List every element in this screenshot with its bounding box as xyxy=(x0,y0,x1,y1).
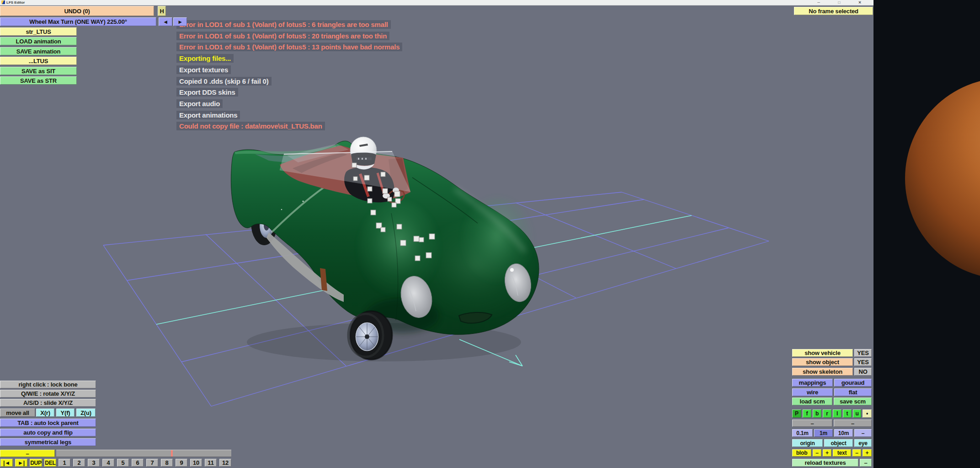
frame-status-badge: No frame selected xyxy=(794,7,873,15)
console-message: Export animations xyxy=(176,111,240,119)
show-object-value[interactable]: YES xyxy=(854,358,872,366)
timeline-position-marker[interactable] xyxy=(171,450,173,457)
frame-button-10[interactable]: 10 xyxy=(190,459,202,467)
frame-button-4[interactable]: 4 xyxy=(102,459,114,467)
console-message: Could not copy file : data\move\sit_LTUS… xyxy=(176,122,325,130)
timeline-track[interactable] xyxy=(56,450,231,457)
view-right-button[interactable]: r xyxy=(823,409,831,418)
grid-scale-10m-button[interactable]: 10m xyxy=(834,429,853,437)
symmetrical-legs-button[interactable]: symmetrical legs xyxy=(0,438,96,446)
editor-window: LFS Editor ─ □ ✕ UNDO (0) H Wheel Max Tu… xyxy=(0,0,873,468)
console-message: Error in LOD1 of sub 1 (Volant) of lotus… xyxy=(176,32,389,40)
show-skeleton-button[interactable]: show skeleton xyxy=(792,368,853,376)
gouraud-button[interactable]: gouraud xyxy=(834,379,872,387)
frame-button-6[interactable]: 6 xyxy=(132,459,144,467)
duplicate-frame-button[interactable]: DUP xyxy=(30,459,42,467)
show-skeleton-value[interactable]: NO xyxy=(854,368,872,376)
frame-button-8[interactable]: 8 xyxy=(161,459,173,467)
wheel-max-turn-button[interactable]: Wheel Max Turn (ONE WAY) 225.00° xyxy=(0,17,156,26)
move-all-button[interactable]: move all xyxy=(0,409,35,417)
close-icon[interactable]: ✕ xyxy=(856,0,864,5)
wheel-turn-decrease-button[interactable]: ◄ xyxy=(159,17,172,26)
desktop-area xyxy=(873,0,980,468)
minimize-icon[interactable]: ─ xyxy=(815,0,823,5)
axis-z-button[interactable]: Z(u) xyxy=(76,409,96,417)
text-plus-button[interactable]: + xyxy=(863,449,872,457)
viewport-3d[interactable] xyxy=(0,0,873,468)
dash-button-left[interactable]: – xyxy=(792,420,832,427)
save-as-str-button[interactable]: SAVE as STR xyxy=(0,76,77,85)
frame-button-3[interactable]: 3 xyxy=(88,459,100,467)
blob-plus-button[interactable]: + xyxy=(823,449,831,457)
console-message: Export DDS skins xyxy=(176,88,238,97)
text-minus-button[interactable]: – xyxy=(852,449,861,457)
show-vehicle-value[interactable]: YES xyxy=(854,349,872,357)
grid-scale-01m-button[interactable]: 0.1m xyxy=(792,429,813,437)
load-scm-button[interactable]: load scm xyxy=(792,398,832,405)
frame-button-5[interactable]: 5 xyxy=(117,459,129,467)
app-window: LFS Editor ─ □ ✕ UNDO (0) H Wheel Max Tu… xyxy=(0,0,980,468)
titlebar[interactable]: LFS Editor ─ □ ✕ xyxy=(0,0,873,5)
orange-render-blob xyxy=(905,78,980,279)
view-dot-button[interactable]: • xyxy=(863,409,872,418)
auto-copy-flip-button[interactable]: auto copy and flip xyxy=(0,429,96,436)
console-message: Export audio xyxy=(176,99,223,108)
console-message: Export textures xyxy=(176,65,231,74)
last-frame-button[interactable]: ►| xyxy=(15,459,27,467)
rotate-object-button[interactable]: object xyxy=(824,439,853,447)
hint-rotate: Q/W/E : rotate X/Y/Z xyxy=(0,390,96,398)
show-vehicle-button[interactable]: show vehicle xyxy=(792,349,853,357)
save-scm-button[interactable]: save scm xyxy=(834,398,872,405)
view-top-button[interactable]: t xyxy=(843,409,852,418)
frame-button-1[interactable]: 1 xyxy=(59,459,70,467)
reload-textures-button[interactable]: reload textures xyxy=(792,459,858,467)
frame-button-2[interactable]: 2 xyxy=(73,459,85,467)
delete-frame-button[interactable]: DEL xyxy=(44,459,56,467)
wheel-turn-increase-button[interactable]: ► xyxy=(173,17,187,26)
blob-minus-button[interactable]: – xyxy=(813,449,821,457)
axis-x-button[interactable]: X(r) xyxy=(36,409,54,417)
rotate-eye-button[interactable]: eye xyxy=(854,439,872,447)
hint-slide: A/S/D : slide X/Y/Z xyxy=(0,399,96,407)
file-name-button[interactable]: str_LTUS xyxy=(0,27,77,36)
load-animation-button[interactable]: LOAD animation xyxy=(0,37,77,45)
axis-y-button[interactable]: Y(f) xyxy=(56,409,75,417)
mappings-button[interactable]: mappings xyxy=(792,379,833,387)
maximize-icon[interactable]: □ xyxy=(835,0,843,5)
grid-scale-dash-button[interactable]: – xyxy=(854,429,872,437)
view-left-button[interactable]: l xyxy=(833,409,842,418)
grid-scale-1m-button[interactable]: 1m xyxy=(814,429,833,437)
frame-button-11[interactable]: 11 xyxy=(205,459,217,467)
wire-button[interactable]: wire xyxy=(792,388,833,396)
first-frame-button[interactable]: |◄ xyxy=(0,459,13,467)
text-button[interactable]: text xyxy=(833,449,851,457)
front-right-wheel xyxy=(348,311,392,360)
dash-button-right[interactable]: – xyxy=(834,420,872,427)
show-object-button[interactable]: show object xyxy=(792,358,853,366)
hint-lock-bone: right click : lock bone xyxy=(0,381,96,388)
frame-button-12[interactable]: 12 xyxy=(219,459,231,467)
undo-button[interactable]: UNDO (0) xyxy=(0,6,154,16)
console-message: Copied 0 .dds (skip 6 / fail 0) xyxy=(176,77,272,86)
auto-lock-parent-button[interactable]: TAB : auto lock parent xyxy=(0,419,96,427)
frame-button-9[interactable]: 9 xyxy=(176,459,187,467)
console-message: Error in LOD1 of sub 1 (Volant) of lotus… xyxy=(176,20,391,29)
save-as-sit-button[interactable]: SAVE as SIT xyxy=(0,67,77,75)
ltus-button[interactable]: ...LTUS xyxy=(0,57,77,65)
history-button[interactable]: H xyxy=(158,6,166,16)
timeline-collapse-button[interactable]: – xyxy=(0,450,55,457)
rotate-origin-button[interactable]: origin xyxy=(792,439,823,447)
window-title: LFS Editor xyxy=(6,0,25,5)
console-message: Error in LOD1 of sub 1 (Volant) of lotus… xyxy=(176,43,402,51)
view-perspective-button[interactable]: P xyxy=(792,409,801,418)
view-back-button[interactable]: b xyxy=(813,409,821,418)
app-icon xyxy=(1,0,5,4)
view-under-button[interactable]: u xyxy=(853,409,861,418)
view-front-button[interactable]: f xyxy=(803,409,811,418)
frame-button-7[interactable]: 7 xyxy=(146,459,158,467)
reload-dash-button[interactable]: – xyxy=(860,459,872,467)
blob-button[interactable]: blob xyxy=(792,449,811,457)
flat-button[interactable]: flat xyxy=(834,388,872,396)
save-animation-button[interactable]: SAVE animation xyxy=(0,47,77,55)
console-message: Exporting files... xyxy=(176,54,234,63)
